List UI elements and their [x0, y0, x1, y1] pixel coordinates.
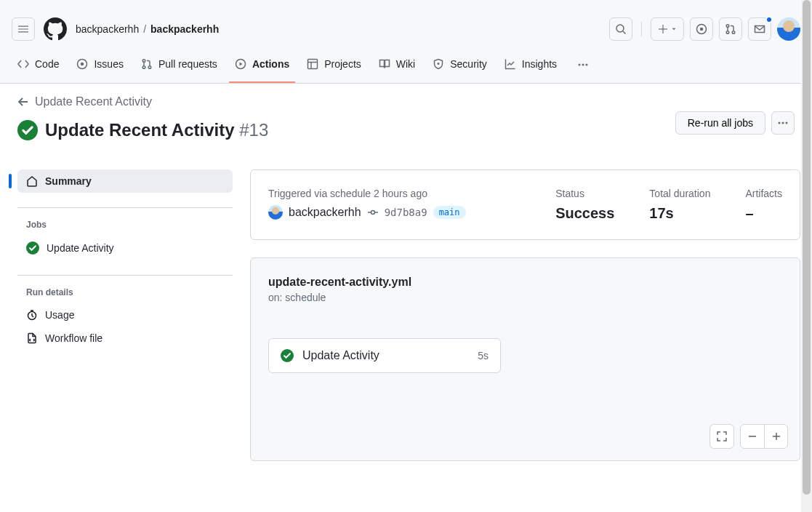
issues-button[interactable]	[690, 17, 713, 41]
artifacts-value: –	[745, 205, 782, 222]
sidebar-usage[interactable]: Usage	[17, 303, 233, 327]
notification-indicator-icon	[765, 16, 773, 23]
tab-issues[interactable]: Issues	[71, 52, 129, 83]
success-status-icon	[26, 241, 39, 255]
zoom-in-button[interactable]	[764, 425, 787, 448]
tab-security[interactable]: Security	[427, 52, 493, 83]
breadcrumb: backpackerhh / backpackerhh	[76, 23, 219, 35]
svg-point-15	[582, 64, 584, 66]
svg-rect-12	[308, 60, 318, 69]
actor-avatar-icon[interactable]	[268, 205, 283, 220]
tab-actions[interactable]: Actions	[229, 52, 295, 83]
sidebar-details-header: Run details	[17, 287, 233, 303]
back-to-workflow-link[interactable]: Update Recent Activity	[17, 89, 152, 114]
svg-point-9	[142, 66, 145, 69]
tab-wiki[interactable]: Wiki	[373, 52, 421, 83]
scrollbar-thumb[interactable]	[803, 0, 811, 479]
commit-sha-link[interactable]: 9d7b8a9	[385, 207, 427, 218]
tab-code[interactable]: Code	[12, 52, 65, 83]
success-status-icon	[17, 120, 38, 140]
svg-point-7	[81, 63, 84, 65]
run-meta-card: Triggered via schedule 2 hours ago backp…	[250, 169, 800, 240]
github-logo-icon[interactable]	[44, 17, 67, 41]
workflow-trigger-label: on: schedule	[268, 292, 782, 303]
svg-point-2	[701, 28, 703, 31]
svg-point-0	[616, 25, 624, 32]
tab-pull-requests[interactable]: Pull requests	[135, 52, 223, 83]
tab-projects[interactable]: Projects	[301, 52, 367, 83]
sidebar-workflow-file[interactable]: Workflow file	[17, 327, 233, 350]
success-status-icon	[281, 349, 294, 362]
svg-point-13	[438, 63, 439, 65]
zoom-out-button[interactable]	[741, 425, 764, 448]
svg-point-4	[726, 31, 729, 34]
run-number: #13	[239, 120, 268, 140]
branch-tag[interactable]: main	[433, 206, 466, 219]
svg-point-14	[579, 64, 581, 66]
rerun-all-jobs-button[interactable]: Re-run all jobs	[675, 111, 765, 135]
svg-point-23	[371, 211, 374, 215]
svg-point-16	[586, 64, 588, 66]
status-value: Success	[555, 205, 614, 222]
hamburger-menu-button[interactable]	[12, 17, 35, 41]
sidebar-summary[interactable]: Summary	[17, 169, 233, 193]
run-title: Update Recent Activity #13	[45, 120, 268, 140]
actor-link[interactable]: backpackerhh	[289, 206, 361, 219]
svg-rect-25	[749, 436, 756, 437]
svg-point-10	[148, 66, 151, 69]
more-tabs-button[interactable]	[568, 53, 598, 82]
pull-requests-button[interactable]	[719, 17, 742, 41]
fullscreen-button[interactable]	[710, 425, 733, 448]
trigger-label: Triggered via schedule 2 hours ago	[268, 188, 520, 199]
svg-point-19	[782, 122, 784, 124]
vertical-scrollbar[interactable]	[801, 0, 812, 479]
tab-insights[interactable]: Insights	[499, 52, 563, 83]
search-button[interactable]	[609, 17, 632, 41]
repo-navigation: Code Issues Pull requests Actions Projec…	[12, 52, 800, 83]
duration-value: 17s	[649, 205, 710, 222]
svg-point-5	[732, 31, 735, 34]
svg-rect-27	[776, 433, 777, 440]
commit-icon	[367, 207, 379, 218]
svg-point-3	[726, 25, 729, 28]
workflow-filename: update-recent-activity.yml	[268, 276, 782, 289]
job-node[interactable]: Update Activity 5s	[268, 338, 501, 373]
user-avatar[interactable]	[777, 17, 800, 41]
svg-point-20	[786, 122, 788, 124]
breadcrumb-owner[interactable]: backpackerhh	[76, 23, 139, 35]
run-options-button[interactable]	[771, 111, 795, 135]
create-new-button[interactable]	[651, 17, 684, 41]
sidebar-job-item[interactable]: Update Activity	[17, 236, 233, 260]
svg-point-18	[779, 122, 781, 124]
breadcrumb-repo[interactable]: backpackerhh	[150, 23, 219, 35]
svg-point-8	[142, 60, 145, 63]
sidebar-jobs-header: Jobs	[17, 220, 233, 236]
workflow-graph-card: update-recent-activity.yml on: schedule …	[250, 257, 800, 461]
